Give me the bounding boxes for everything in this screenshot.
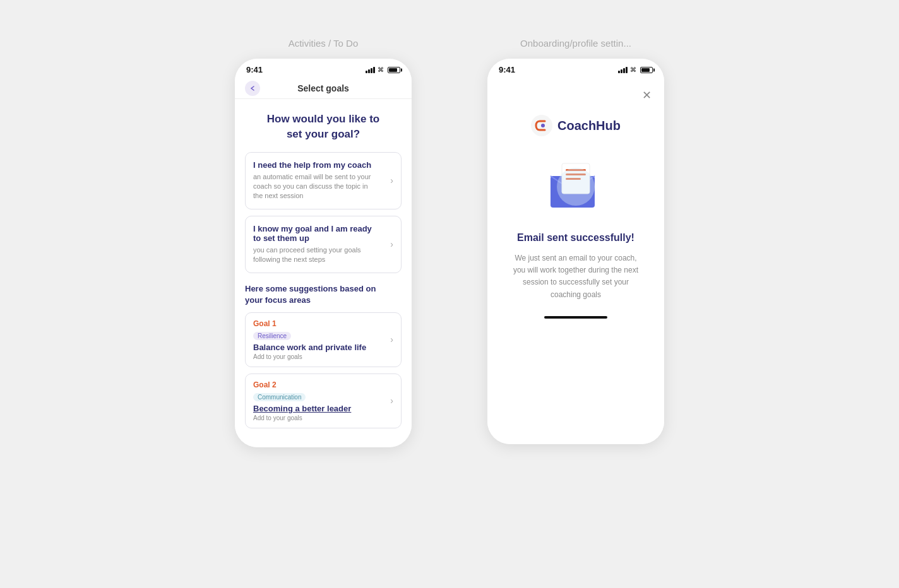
suggestions-heading: Here some suggestions based on your focu… [245,283,402,306]
nav-bar: Select goals [235,78,412,99]
left-phone: 9:41 ⌘ Select goals [235,59,412,447]
goal1-number: Goal 1 [253,319,378,328]
success-title: Email sent successfully! [517,232,634,244]
status-bar-right: 9:41 ⌘ [487,59,664,78]
left-section: Activities / To Do 9:41 ⌘ [235,38,412,447]
back-button[interactable] [245,81,260,96]
status-icons-right: ⌘ [618,66,653,73]
goal2-tag: Communication [253,393,306,401]
goal1-title: Balance work and private life [253,343,378,352]
success-desc: We just sent an email to your coach, you… [513,252,639,301]
coachhub-logo: CoachHub [531,115,621,136]
status-bar-left: 9:41 ⌘ [235,59,412,78]
option1-desc: an automatic email will be sent to your … [253,172,378,201]
goal1-chevron-icon: › [390,334,393,344]
wifi-icon: ⌘ [378,66,384,73]
phone2-content: ✕ CoachHub [487,78,664,444]
option2-desc: you can proceed setting your goals follo… [253,245,378,265]
option1-title: I need the help from my coach [253,160,378,170]
svg-point-7 [557,168,595,206]
signal-icon-right [618,67,628,73]
option-card-2[interactable]: I know my goal and I am ready to set the… [245,216,402,273]
goal1-tag: Resilience [253,332,291,340]
goal2-number: Goal 2 [253,380,378,389]
close-button[interactable]: ✕ [642,88,652,102]
option2-title: I know my goal and I am ready to set the… [253,224,378,243]
wifi-icon-right: ⌘ [630,66,636,73]
right-section: Onboarding/profile settin... 9:41 ⌘ ✕ [487,38,664,444]
option-card-1[interactable]: I need the help from my coach an automat… [245,152,402,209]
goal1-add: Add to your goals [253,353,378,360]
goal-card-2[interactable]: Goal 2 Communication Becoming a better l… [245,373,402,428]
email-illustration [544,154,607,217]
status-time-left: 9:41 [246,65,263,74]
battery-icon [388,67,400,73]
right-phone: 9:41 ⌘ ✕ [487,59,664,444]
goal-card-1[interactable]: Goal 1 Resilience Balance work and priva… [245,312,402,367]
battery-icon-right [640,67,653,73]
left-section-label: Activities / To Do [289,38,359,49]
home-indicator [544,316,607,319]
goal-heading: How would you like to set your goal? [245,112,402,142]
coachhub-text: CoachHub [557,119,621,133]
status-time-right: 9:41 [499,65,515,74]
svg-point-1 [541,124,545,127]
signal-icon [366,67,375,73]
goal2-title: Becoming a better leader [253,404,378,413]
option1-chevron-icon: › [390,175,393,185]
goal2-chevron-icon: › [390,396,393,406]
option2-chevron-icon: › [390,239,393,249]
right-section-label: Onboarding/profile settin... [520,38,631,49]
status-icons-left: ⌘ [366,66,400,73]
goal2-add: Add to your goals [253,415,378,421]
coachhub-icon [531,115,552,136]
phone-content-left: How would you like to set your goal? I n… [235,99,412,447]
nav-title: Select goals [297,83,349,93]
